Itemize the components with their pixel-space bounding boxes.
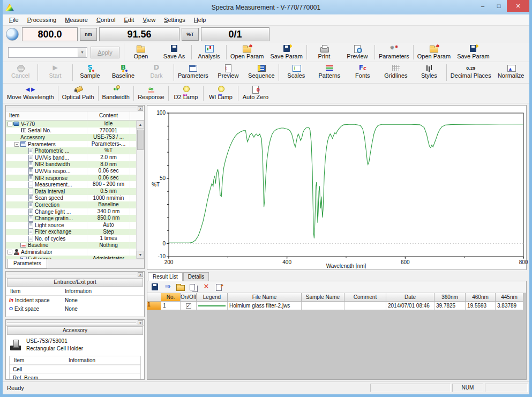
tree-row[interactable]: No. of cycles1 times bbox=[6, 235, 136, 242]
tree-row[interactable]: −ParametersParameters-... bbox=[6, 141, 136, 148]
button-sample[interactable]: Sample bbox=[73, 63, 107, 83]
panel-grip[interactable]: x bbox=[6, 106, 144, 111]
tree-row[interactable]: Serial No.770001 bbox=[6, 128, 136, 134]
button-parameters[interactable]: Parameters bbox=[376, 43, 413, 61]
button-patterns[interactable]: Patterns bbox=[313, 63, 346, 83]
button-print[interactable]: Print bbox=[308, 43, 341, 61]
tree-row[interactable]: Change light ...340.0 nm bbox=[6, 208, 136, 215]
tree-row[interactable]: −Administrator bbox=[6, 249, 136, 256]
tree-row[interactable]: AccessoryUSE-753 / ... bbox=[6, 134, 136, 141]
button-preview[interactable]: Preview bbox=[341, 43, 374, 61]
menu-view[interactable]: View bbox=[138, 15, 160, 25]
tree-scrollbar[interactable]: ▲ ▼ bbox=[136, 121, 144, 259]
button-gridlines[interactable]: Gridlines bbox=[379, 63, 413, 83]
results-rfolder-button[interactable] bbox=[175, 282, 186, 292]
close-icon[interactable]: x bbox=[138, 272, 143, 277]
tree-row[interactable]: UV/Vis respo...0.06 sec bbox=[6, 168, 136, 175]
button-normalize[interactable]: Normalize bbox=[494, 63, 528, 83]
results-col-on-off[interactable]: On/Off bbox=[181, 293, 197, 302]
button-sequence[interactable]: Sequence bbox=[245, 63, 278, 83]
results-col-corner[interactable] bbox=[147, 293, 161, 302]
button-fonts[interactable]: Fonts bbox=[346, 63, 379, 83]
tree-row[interactable]: UV/Vis band...2.0 nm bbox=[6, 154, 136, 161]
expand-icon[interactable]: − bbox=[14, 142, 19, 147]
button-save-as[interactable]: Save As bbox=[158, 43, 191, 61]
row-header[interactable]: 1 bbox=[147, 302, 161, 310]
tree-row[interactable]: Scan speed1000 nm/min bbox=[6, 195, 136, 202]
results-rarrow-button[interactable] bbox=[162, 282, 173, 292]
button-save-param[interactable]: Save Param bbox=[267, 43, 306, 61]
button-baseline[interactable]: Baseline bbox=[107, 63, 140, 83]
button-optical-path[interactable]: Optical Path bbox=[59, 84, 98, 102]
button-decimal-places[interactable]: Decimal Places bbox=[447, 63, 494, 83]
results-col-sample-name[interactable]: Sample Name bbox=[302, 293, 344, 302]
scroll-up-icon[interactable]: ▲ bbox=[137, 121, 144, 129]
tree-col-content[interactable]: Content bbox=[87, 111, 130, 120]
tree-row[interactable]: Filter exchangeStep bbox=[6, 229, 136, 236]
results-rexport-button[interactable] bbox=[214, 282, 224, 292]
tab-result-list[interactable]: Result List bbox=[148, 272, 183, 281]
menu-processing[interactable]: Processing bbox=[23, 15, 61, 25]
tree-row[interactable]: Data interval0.5 nm bbox=[6, 188, 136, 195]
preset-combobox[interactable]: ▼ bbox=[8, 47, 87, 58]
tree-row[interactable]: Photometric ...%T bbox=[6, 147, 136, 154]
menu-control[interactable]: Control bbox=[92, 15, 119, 25]
close-icon[interactable]: x bbox=[138, 106, 143, 111]
panel-grip[interactable]: x bbox=[6, 320, 144, 326]
results-col-legend[interactable]: Legend bbox=[197, 293, 228, 302]
maximize-button[interactable]: □ bbox=[491, 0, 507, 12]
expand-icon[interactable]: − bbox=[8, 250, 12, 254]
button-open-param[interactable]: Open Param bbox=[414, 43, 454, 61]
results-col-360nm[interactable]: 360nm bbox=[434, 293, 466, 302]
button-dark[interactable]: Dark bbox=[140, 63, 173, 83]
table-row[interactable]: 11✓Holmium glass filter-2.jws2014/07/01 … bbox=[147, 302, 526, 310]
tree-row[interactable]: Measurement...800 - 200 nm bbox=[6, 181, 136, 188]
button-analysis[interactable]: Analysis bbox=[192, 43, 226, 61]
results-col-445nm[interactable]: 445nm bbox=[496, 293, 523, 302]
tree-row[interactable]: BaselineNothing bbox=[6, 242, 136, 249]
tree-row[interactable]: Light sourceAuto bbox=[6, 222, 136, 229]
button-styles[interactable]: Styles bbox=[413, 63, 446, 83]
results-rdel-button[interactable] bbox=[201, 282, 212, 292]
button-scales[interactable]: Scales bbox=[280, 63, 313, 83]
button-information[interactable]: Information bbox=[528, 63, 532, 83]
menu-edit[interactable]: Edit bbox=[119, 15, 138, 25]
results-rsave-button[interactable] bbox=[149, 282, 160, 292]
menu-measure[interactable]: Measure bbox=[61, 15, 92, 25]
button-auto-zero[interactable]: Auto Zero bbox=[239, 84, 272, 102]
button-open[interactable]: Open bbox=[124, 43, 158, 61]
scroll-down-icon[interactable]: ▼ bbox=[137, 251, 144, 259]
apply-button[interactable]: Apply bbox=[91, 47, 119, 58]
button-preview[interactable]: Preview bbox=[212, 63, 245, 83]
menu-help[interactable]: Help bbox=[190, 15, 211, 25]
tree-row[interactable]: −V-770idle bbox=[6, 121, 136, 128]
checkbox-checked[interactable]: ✓ bbox=[186, 303, 191, 309]
tree-row[interactable]: CorrectionBaseline bbox=[6, 201, 136, 208]
close-icon[interactable]: x bbox=[138, 320, 143, 325]
panel-grip[interactable]: x bbox=[6, 272, 144, 278]
results-col-comment[interactable]: Comment bbox=[344, 293, 386, 302]
button-move-wavelength[interactable]: Move Wavelength bbox=[4, 84, 57, 102]
button-cancel[interactable]: Cancel bbox=[4, 63, 37, 83]
results-col-date[interactable]: Date bbox=[386, 293, 434, 302]
tab-parameters[interactable]: Parameters bbox=[8, 259, 47, 268]
button-wi-lamp[interactable]: WI Lamp bbox=[204, 84, 237, 102]
button-d2-lamp[interactable]: D2 Lamp bbox=[169, 84, 203, 102]
minimize-button[interactable]: – bbox=[475, 0, 491, 12]
close-button[interactable]: ✕ bbox=[507, 0, 529, 12]
menu-settings[interactable]: Settings bbox=[160, 15, 190, 25]
tab-details[interactable]: Details bbox=[183, 272, 209, 281]
expand-icon[interactable]: − bbox=[8, 122, 12, 126]
tree-row[interactable]: NIR response0.06 sec bbox=[6, 175, 136, 182]
button-open-param[interactable]: Open Param bbox=[227, 43, 267, 61]
results-rcopy-button[interactable] bbox=[188, 282, 199, 292]
button-bandwidth[interactable]: Bandwidth bbox=[99, 84, 133, 102]
button-start[interactable]: Start bbox=[39, 63, 72, 83]
tree-row[interactable]: NIR bandwidth8.0 nm bbox=[6, 161, 136, 168]
scrollbar-thumb[interactable] bbox=[137, 130, 144, 150]
tree-col-item[interactable]: Item bbox=[6, 111, 87, 120]
menu-file[interactable]: File bbox=[5, 15, 23, 25]
button-save-param[interactable]: Save Param bbox=[454, 43, 493, 61]
button-response[interactable]: Response bbox=[134, 84, 168, 102]
tree-row[interactable]: Change gratin...850.0 nm bbox=[6, 215, 136, 222]
